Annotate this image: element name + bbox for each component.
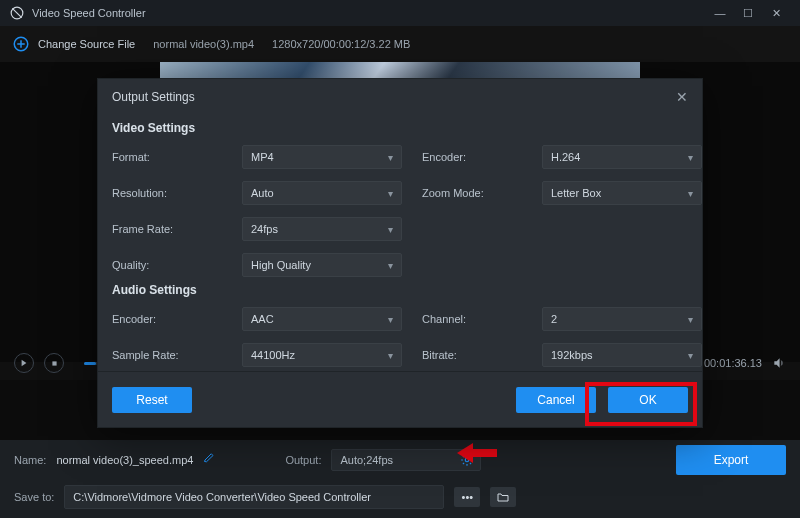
saveto-label: Save to:	[14, 491, 54, 503]
video-encoder-label: Encoder:	[422, 151, 522, 163]
svg-rect-2	[52, 361, 56, 365]
change-source-label: Change Source File	[38, 38, 135, 50]
samplerate-label: Sample Rate:	[112, 349, 222, 361]
gear-icon	[460, 453, 474, 467]
audio-encoder-select[interactable]: AAC	[242, 307, 402, 331]
format-select[interactable]: MP4	[242, 145, 402, 169]
video-settings-heading: Video Settings	[112, 121, 688, 135]
saveto-value: C:\Vidmore\Vidmore Video Converter\Video…	[73, 491, 435, 503]
maximize-button[interactable]: ☐	[734, 7, 762, 20]
dialog-close-button[interactable]: ✕	[676, 89, 688, 105]
audio-settings-heading: Audio Settings	[112, 283, 688, 297]
framerate-label: Frame Rate:	[112, 223, 222, 235]
zoom-label: Zoom Mode:	[422, 187, 522, 199]
footer-bar: Name: normal video(3)_speed.mp4 Output: …	[0, 440, 800, 518]
pencil-icon	[203, 453, 215, 465]
toolbar: Change Source File normal video(3).mp4 1…	[0, 26, 800, 62]
zoom-select[interactable]: Letter Box	[542, 181, 702, 205]
volume-icon[interactable]	[772, 356, 786, 370]
app-title: Video Speed Controller	[32, 7, 146, 19]
resolution-select[interactable]: Auto	[242, 181, 402, 205]
title-bar: Video Speed Controller — ☐ ✕	[0, 0, 800, 26]
stop-icon	[51, 360, 58, 367]
dialog-footer: Reset Cancel OK	[98, 371, 702, 427]
source-info: 1280x720/00:00:12/3.22 MB	[272, 38, 410, 50]
samplerate-select[interactable]: 44100Hz	[242, 343, 402, 367]
time-display: 00:01:36.13	[704, 357, 762, 369]
app-logo-icon	[10, 6, 24, 20]
video-encoder-select[interactable]: H.264	[542, 145, 702, 169]
channel-label: Channel:	[422, 313, 522, 325]
plus-circle-icon	[12, 35, 30, 53]
folder-icon	[497, 492, 509, 502]
export-button[interactable]: Export	[676, 445, 786, 475]
audio-encoder-label: Encoder:	[112, 313, 222, 325]
name-label: Name:	[14, 454, 46, 466]
change-source-button[interactable]: Change Source File	[12, 35, 135, 53]
output-field[interactable]: Auto;24fps	[331, 449, 481, 471]
reset-button[interactable]: Reset	[112, 387, 192, 413]
dialog-title: Output Settings	[112, 90, 195, 104]
output-settings-dialog: Output Settings ✕ Video Settings Format:…	[97, 78, 703, 428]
output-value: Auto;24fps	[340, 454, 393, 466]
ok-button[interactable]: OK	[608, 387, 688, 413]
resolution-label: Resolution:	[112, 187, 222, 199]
edit-name-button[interactable]	[203, 453, 215, 468]
name-value: normal video(3)_speed.mp4	[56, 454, 193, 466]
bitrate-select[interactable]: 192kbps	[542, 343, 702, 367]
play-button[interactable]	[14, 353, 34, 373]
browse-button[interactable]: •••	[454, 487, 480, 507]
format-label: Format:	[112, 151, 222, 163]
saveto-field[interactable]: C:\Vidmore\Vidmore Video Converter\Video…	[64, 485, 444, 509]
open-folder-button[interactable]	[490, 487, 516, 507]
quality-select[interactable]: High Quality	[242, 253, 402, 277]
cancel-button[interactable]: Cancel	[516, 387, 596, 413]
svg-point-3	[466, 458, 470, 462]
quality-label: Quality:	[112, 259, 222, 271]
stop-button[interactable]	[44, 353, 64, 373]
close-window-button[interactable]: ✕	[762, 7, 790, 20]
channel-select[interactable]: 2	[542, 307, 702, 331]
output-settings-button[interactable]	[460, 453, 474, 469]
output-label: Output:	[285, 454, 321, 466]
minimize-button[interactable]: —	[706, 7, 734, 19]
dialog-header: Output Settings ✕	[98, 79, 702, 115]
play-icon	[20, 359, 28, 367]
bitrate-label: Bitrate:	[422, 349, 522, 361]
framerate-select[interactable]: 24fps	[242, 217, 402, 241]
source-filename: normal video(3).mp4	[153, 38, 254, 50]
